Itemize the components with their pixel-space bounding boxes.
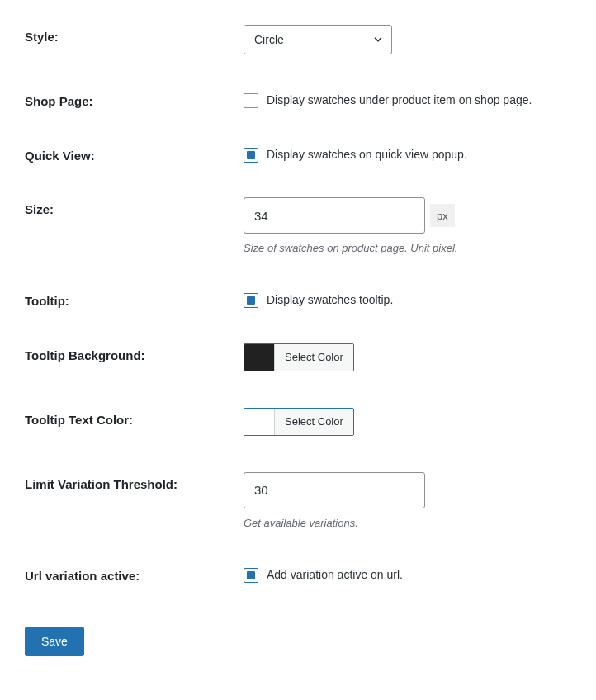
tooltip-bg-color-picker: Select Color <box>244 343 354 371</box>
tooltip-text-field: Select Color <box>244 408 571 438</box>
quick-view-label: Quick View: <box>25 144 244 163</box>
row-tooltip-text: Tooltip Text Color: Select Color <box>25 408 571 438</box>
row-style: Style: Circle <box>25 25 571 54</box>
tooltip-text-swatch[interactable] <box>244 409 274 435</box>
tooltip-bg-select-button[interactable]: Select Color <box>274 344 353 371</box>
shop-page-field: Display swatches under product item on s… <box>244 89 571 109</box>
row-tooltip-bg: Tooltip Background: Select Color <box>25 343 571 373</box>
url-active-checkbox[interactable] <box>244 568 258 583</box>
quick-view-check-row: Display swatches on quick view popup. <box>244 144 571 163</box>
limit-field: Get available variations. <box>244 472 571 529</box>
tooltip-check-row: Display swatches tooltip. <box>244 289 571 309</box>
size-inline: px <box>244 197 571 234</box>
size-label: Size: <box>25 197 244 216</box>
quick-view-check-label: Display swatches on quick view popup. <box>267 147 467 163</box>
limit-label: Limit Variation Threshold: <box>25 472 244 491</box>
tooltip-text-color-picker: Select Color <box>244 408 354 436</box>
style-select[interactable]: Circle <box>244 25 392 54</box>
row-url-active: Url variation active: Add variation acti… <box>25 564 571 584</box>
shop-page-check-label: Display swatches under product item on s… <box>267 92 532 109</box>
shop-page-checkbox[interactable] <box>244 93 258 108</box>
tooltip-bg-label: Tooltip Background: <box>25 343 244 362</box>
tooltip-bg-field: Select Color <box>244 343 571 373</box>
tooltip-checkbox[interactable] <box>244 293 258 308</box>
size-input[interactable] <box>244 197 425 234</box>
row-shop-page: Shop Page: Display swatches under produc… <box>25 89 571 109</box>
tooltip-text-select-button[interactable]: Select Color <box>274 409 353 435</box>
limit-help: Get available variations. <box>244 517 571 529</box>
row-size: Size: px Size of swatches on product pag… <box>25 197 571 254</box>
shop-page-check-row: Display swatches under product item on s… <box>244 89 571 109</box>
settings-form: Style: Circle Shop Page: Display swatche… <box>0 0 596 583</box>
url-active-check-row: Add variation active on url. <box>244 564 571 584</box>
tooltip-field: Display swatches tooltip. <box>244 289 571 309</box>
tooltip-text-label: Tooltip Text Color: <box>25 408 244 427</box>
size-field: px Size of swatches on product page. Uni… <box>244 197 571 254</box>
row-limit: Limit Variation Threshold: Get available… <box>25 472 571 529</box>
save-button[interactable]: Save <box>25 627 84 656</box>
url-active-field: Add variation active on url. <box>244 564 571 584</box>
url-active-label: Url variation active: <box>25 564 244 583</box>
size-help: Size of swatches on product page. Unit p… <box>244 242 571 254</box>
tooltip-check-label: Display swatches tooltip. <box>267 292 393 309</box>
row-tooltip: Tooltip: Display swatches tooltip. <box>25 289 571 309</box>
footer: Save <box>0 608 596 674</box>
tooltip-label: Tooltip: <box>25 289 244 308</box>
shop-page-label: Shop Page: <box>25 89 244 108</box>
style-select-wrap: Circle <box>244 25 392 54</box>
row-quick-view: Quick View: Display swatches on quick vi… <box>25 144 571 163</box>
url-active-check-label: Add variation active on url. <box>267 567 403 584</box>
limit-input[interactable] <box>244 472 425 508</box>
style-field: Circle <box>244 25 571 54</box>
quick-view-checkbox[interactable] <box>244 148 258 163</box>
style-label: Style: <box>25 25 244 44</box>
tooltip-bg-swatch[interactable] <box>244 344 274 371</box>
quick-view-field: Display swatches on quick view popup. <box>244 144 571 163</box>
size-unit: px <box>430 204 455 227</box>
